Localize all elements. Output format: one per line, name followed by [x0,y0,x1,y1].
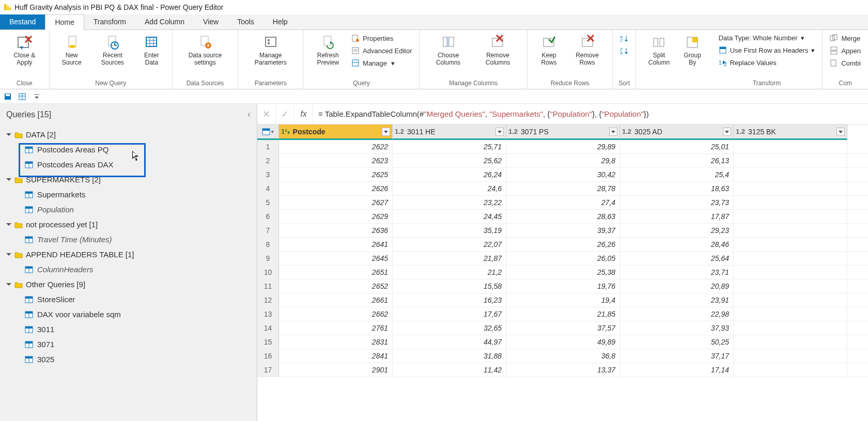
cell[interactable]: 19,4 [506,293,620,307]
cell[interactable]: 23,71 [620,266,734,279]
cell[interactable] [734,238,847,251]
group-by-button[interactable]: Group By [678,32,707,69]
cell[interactable]: 17,14 [620,363,734,377]
close-apply-button[interactable]: Close & Apply [4,32,45,69]
query-folder[interactable]: APPEND HEADERS TABLE [1] [0,247,257,262]
append-queries-button[interactable]: Appen [829,45,862,56]
cell[interactable]: 37,17 [620,349,734,363]
cell[interactable]: 2629 [279,210,393,223]
table-row[interactable]: 14276132,6537,5737,93 [257,321,868,335]
query-item[interactable]: Supermarkets [0,187,257,202]
table-row[interactable]: 11265215,5819,7620,89 [257,279,868,293]
cell[interactable]: 2901 [279,363,393,377]
query-item[interactable]: Population [0,202,257,217]
table-row[interactable]: 8264122,0726,2628,46 [257,238,868,252]
tab-add-column[interactable]: Add Column [135,14,194,29]
cell[interactable]: 2627 [279,196,393,209]
cell[interactable]: 2651 [279,266,393,279]
column-filter-button[interactable] [609,128,617,136]
query-folder[interactable]: not processed yet [1] [0,217,257,232]
cell[interactable]: 2622 [279,140,393,153]
cell[interactable] [734,196,847,209]
cell[interactable]: 2661 [279,293,393,307]
cell[interactable]: 22,98 [620,307,734,321]
cell[interactable] [734,224,847,237]
cell[interactable] [734,321,847,335]
cell[interactable] [734,363,847,377]
data-type-button[interactable]: Data Type: Whole Number▾ [718,33,816,43]
table-row[interactable]: 7263635,1939,3729,23 [257,224,868,238]
cell[interactable]: 28,63 [506,210,620,223]
cell[interactable]: 25,38 [506,266,620,279]
cell[interactable]: 37,57 [506,321,620,335]
cancel-formula-button[interactable]: ✕ [257,104,276,124]
cell[interactable]: 13,37 [506,363,620,377]
properties-button[interactable]: Properties [350,33,413,43]
tab-file[interactable]: Bestand [0,14,45,29]
query-folder[interactable]: DATA [2] [0,127,257,142]
cell[interactable]: 2623 [279,154,393,167]
query-item[interactable]: StoreSlicer [0,292,257,307]
table-row[interactable]: 12266116,2319,423,91 [257,293,868,307]
cell[interactable] [734,307,847,321]
cell[interactable]: 29,8 [506,154,620,167]
cell[interactable]: 28,46 [620,238,734,251]
cell[interactable]: 2636 [279,224,393,237]
tab-tools[interactable]: Tools [228,14,264,29]
query-item[interactable]: Postcodes Areas PQ [0,142,257,157]
query-item[interactable]: ColumnHeaders [0,262,257,277]
cell[interactable]: 27,4 [506,196,620,209]
cell[interactable]: 35,19 [393,224,506,237]
cell[interactable]: 36,8 [506,349,620,363]
cell[interactable]: 2662 [279,307,393,321]
cell[interactable]: 25,4 [620,168,734,181]
cell[interactable]: 22,07 [393,238,506,251]
column-header[interactable]: 1.23011 HE [393,124,506,140]
cell[interactable]: 24,6 [393,182,506,195]
advanced-editor-button[interactable]: Advanced Editor [350,45,413,56]
save-button[interactable] [3,92,12,101]
cell[interactable]: 2841 [279,349,393,363]
cell[interactable]: 23,73 [620,196,734,209]
query-item[interactable]: 3071 [0,337,257,352]
sort-desc-button[interactable]: ZA [619,45,629,56]
cell[interactable]: 25,62 [393,154,506,167]
cell[interactable]: 2652 [279,279,393,293]
table-row[interactable]: 17290111,4213,3717,14 [257,363,868,377]
cell[interactable]: 11,42 [393,363,506,377]
table-row[interactable]: 2262325,6229,826,13 [257,154,868,168]
cell[interactable]: 21,85 [506,307,620,321]
recent-sources-button[interactable]: Recent Sources [90,32,135,69]
cell[interactable]: 25,01 [620,140,734,153]
merge-queries-button[interactable]: Merge [829,33,862,43]
table-row[interactable]: 9264521,8726,0525,64 [257,252,868,266]
table-row[interactable]: 4262624,628,7818,63 [257,182,868,196]
cell[interactable] [734,279,847,293]
cell[interactable]: 18,63 [620,182,734,195]
cell[interactable]: 29,89 [506,140,620,153]
cell[interactable]: 26,05 [506,252,620,265]
column-filter-button[interactable] [836,128,845,136]
cell[interactable]: 21,2 [393,266,506,279]
cell[interactable]: 19,76 [506,279,620,293]
cell[interactable]: 2831 [279,335,393,349]
cell[interactable]: 26,13 [620,154,734,167]
table-row[interactable]: 10265121,225,3823,71 [257,266,868,279]
column-header[interactable]: 1.23125 BK [734,124,847,140]
table-row[interactable]: 3262526,2430,4225,4 [257,168,868,182]
keep-rows-button[interactable]: Keep Rows [532,32,566,69]
cell[interactable]: 21,87 [393,252,506,265]
column-filter-button[interactable] [495,128,504,136]
qat-customize-button[interactable] [32,92,41,101]
table-row[interactable]: 16284131,8836,837,17 [257,349,868,363]
first-row-headers-button[interactable]: Use First Row as Headers▾ [718,45,816,55]
cell[interactable]: 29,23 [620,224,734,237]
cell[interactable] [734,168,847,181]
cell[interactable]: 24,45 [393,210,506,223]
cell[interactable]: 2641 [279,238,393,251]
cell[interactable]: 23,91 [620,293,734,307]
cell[interactable]: 39,37 [506,224,620,237]
new-source-button[interactable]: New Source [54,32,90,69]
tab-view[interactable]: View [194,14,228,29]
sort-asc-button[interactable]: AZ [619,33,629,43]
